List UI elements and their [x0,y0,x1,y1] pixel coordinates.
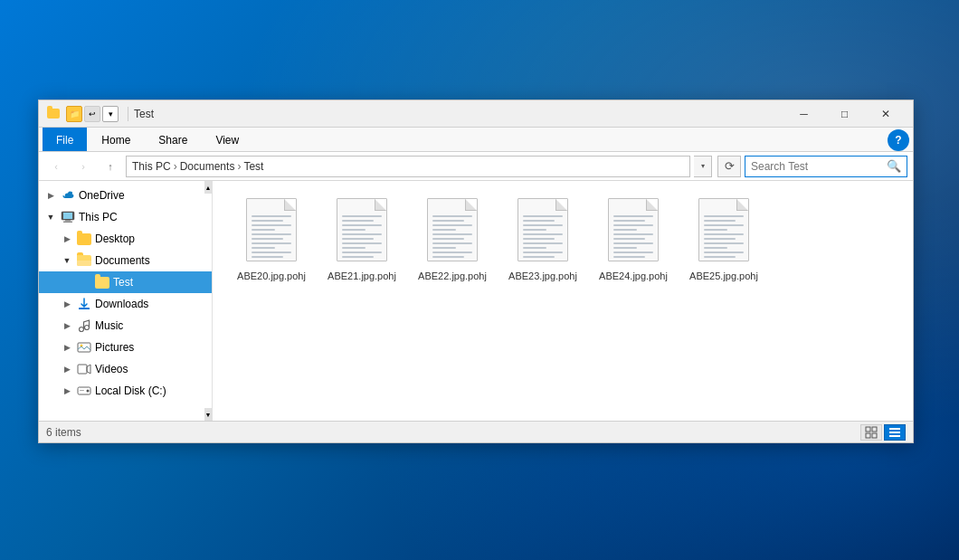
sidebar-item-downloads[interactable]: ▶ Downloads [39,293,212,315]
tab-file[interactable]: File [43,128,87,151]
pictures-icon [76,340,92,355]
tab-home[interactable]: Home [88,128,144,151]
search-box[interactable]: 🔍 [745,156,907,177]
search-icon[interactable]: 🔍 [887,159,901,173]
file-icon [241,194,302,266]
back-button[interactable]: ‹ [44,156,68,177]
sidebar-item-documents[interactable]: ▼ Documents [39,250,212,271]
item-count: 6 items [46,426,860,439]
list-item[interactable]: ABE23.jpg.pohj [502,190,584,286]
music-label: Music [95,319,208,332]
localdisk-label: Local Disk (C:) [95,384,208,397]
list-item[interactable]: ABE21.jpg.pohj [321,190,403,286]
svg-point-11 [87,390,90,393]
test-label: Test [113,276,208,289]
doc-lines [613,215,653,258]
view-buttons [860,424,906,441]
file-icon [693,194,755,266]
sidebar-item-music[interactable]: ▶ Music [39,315,212,337]
path-test: Test [243,160,263,173]
window-icon [46,107,61,121]
title-divider [128,107,128,121]
list-item[interactable]: ABE20.jpg.pohj [231,190,312,286]
sidebar-item-test[interactable]: ▶ Test [39,271,212,293]
path-documents: Documents [180,160,235,173]
expand-thispc[interactable]: ▼ [44,211,57,223]
onedrive-label: OneDrive [79,189,208,202]
music-icon [76,318,92,333]
list-item[interactable]: ABE25.jpg.pohj [683,190,764,286]
sidebar-item-localdisk[interactable]: ▶ Local Disk (C:) [39,380,212,402]
sidebar-item-thispc[interactable]: ▼ This PC [39,206,212,228]
scroll-up-btn[interactable]: ▲ [204,181,212,194]
doc-icon [517,198,568,261]
file-icon [331,194,393,266]
doc-icon [608,198,659,261]
sidebar-item-onedrive[interactable]: ▶ OneDrive [39,185,212,206]
path-sep2: › [237,160,241,173]
svg-rect-19 [889,435,900,437]
desktop-folder-icon [76,232,92,246]
file-name: ABE22.jpg.pohj [418,270,487,282]
close-button[interactable]: ✕ [865,100,906,128]
search-input[interactable] [751,160,887,173]
window-title: Test [134,108,783,120]
refresh-button[interactable]: ⟳ [717,156,741,177]
status-bar: 6 items [39,421,913,442]
doc-lines [252,215,291,258]
tab-view[interactable]: View [202,128,252,151]
doc-lines [523,215,563,258]
drive-icon [76,384,92,398]
expand-music[interactable]: ▶ [61,319,73,332]
sidebar-item-desktop[interactable]: ▶ Desktop [39,228,212,250]
address-dropdown[interactable]: ▾ [694,156,712,177]
list-item[interactable]: ABE22.jpg.pohj [412,190,493,286]
svg-rect-16 [872,433,877,438]
qs-folder-btn[interactable]: 📁 [66,106,82,122]
sidebar-item-videos[interactable]: ▶ Videos [39,358,212,380]
videos-icon [76,362,92,376]
svg-rect-18 [889,432,900,433]
doc-icon [698,198,749,261]
path-thispc: This PC [132,160,171,173]
file-name: ABE23.jpg.pohj [508,270,577,282]
address-bar: ‹ › ↑ This PC › Documents › Test ▾ ⟳ 🔍 [39,152,913,181]
expand-videos[interactable]: ▶ [61,363,73,375]
ribbon-tabs: File Home Share View ? [39,128,913,151]
quick-access-toolbar: 📁 ↩ ▾ [66,106,119,122]
svg-rect-12 [80,390,84,391]
qs-dropdown-btn[interactable]: ▾ [102,106,119,122]
grid-view-button[interactable] [860,424,882,441]
test-folder-icon [94,275,110,289]
scroll-down-btn[interactable]: ▼ [204,408,212,421]
file-icon [422,194,483,266]
expand-onedrive[interactable]: ▶ [44,189,57,202]
forward-button[interactable]: › [71,156,95,177]
list-view-button[interactable] [884,424,906,441]
files-area: ABE20.jpg.pohj ABE21.jpg.pohj [213,181,913,421]
expand-pictures[interactable]: ▶ [61,341,73,354]
expand-documents[interactable]: ▼ [61,254,73,267]
doc-lines [342,215,382,258]
expand-desktop[interactable]: ▶ [61,233,73,245]
file-name: ABE24.jpg.pohj [599,270,668,282]
expand-localdisk[interactable]: ▶ [61,384,73,397]
file-name: ABE25.jpg.pohj [689,270,758,282]
desktop-label: Desktop [95,233,208,245]
file-icon [603,194,664,266]
list-item[interactable]: ABE24.jpg.pohj [593,190,674,286]
svg-rect-1 [63,213,72,219]
file-name: ABE21.jpg.pohj [328,270,396,282]
address-path[interactable]: This PC › Documents › Test [126,156,690,177]
up-button[interactable]: ↑ [99,156,122,177]
tab-share[interactable]: Share [145,128,201,151]
qs-undo-btn[interactable]: ↩ [84,106,100,122]
downloads-icon [76,297,92,311]
sidebar-item-pictures[interactable]: ▶ Pictures [39,337,212,358]
help-button[interactable]: ? [888,129,909,151]
minimize-button[interactable]: ─ [783,100,824,128]
pictures-label: Pictures [95,341,208,354]
maximize-button[interactable]: □ [824,100,865,128]
expand-downloads[interactable]: ▶ [61,298,73,310]
svg-rect-17 [889,428,900,430]
